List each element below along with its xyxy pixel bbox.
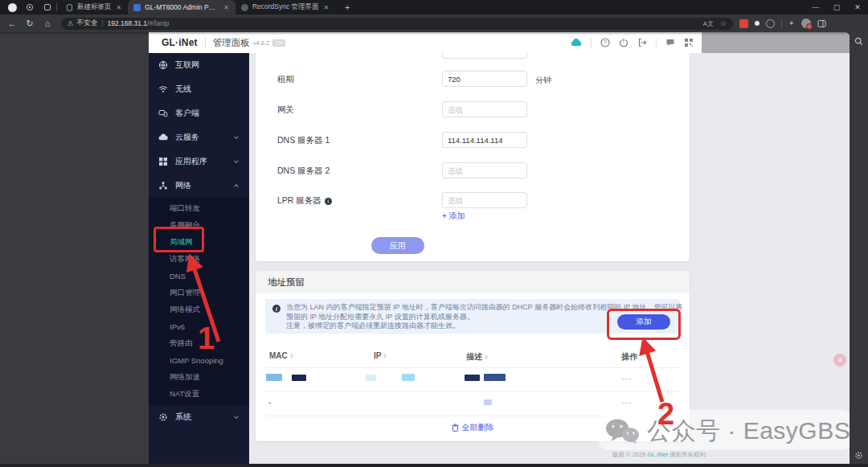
sidebar-item-wireless[interactable]: 无线 xyxy=(149,77,249,101)
translate-widget-button[interactable]: 译 xyxy=(833,354,846,367)
search-icon[interactable] xyxy=(854,37,863,46)
sidebar-item-label: 云服务 xyxy=(175,132,199,143)
column-header-desc[interactable]: 描述 xyxy=(466,351,488,363)
annotation-step-1: 1 xyxy=(198,322,215,356)
sidebar-item-dns[interactable]: DNS xyxy=(149,268,249,285)
browser-toolbar: ← ↻ ⌂ ⚠不安全 | 192.168.31.1/#/lanip A文 ☆ ✦ xyxy=(0,14,868,32)
extension-circle-icon[interactable] xyxy=(766,19,775,28)
sidebar-item-network-mode[interactable]: 网络模式 xyxy=(149,301,249,318)
extension-dot-icon[interactable] xyxy=(755,21,760,26)
browser-profile-icon[interactable] xyxy=(6,2,18,13)
lease-unit-label: 分钟 xyxy=(535,75,551,86)
trash-icon xyxy=(452,424,459,432)
window-close-button[interactable]: ✕ xyxy=(847,3,868,11)
sidebar-item-network-acceleration[interactable]: 网络加速 xyxy=(149,369,249,386)
sort-icon xyxy=(383,352,387,359)
cropped-input[interactable] xyxy=(442,53,527,59)
screen: 新建标签页 ✕ GL-MT6000 Admin Panel ✕ RecordSy… xyxy=(0,0,868,467)
sidebar-item-internet[interactable]: 互联网 xyxy=(149,53,249,77)
sidebar-item-label: 系统 xyxy=(175,412,191,423)
warning-icon: ⚠ xyxy=(68,19,74,27)
url-path: /#/lanip xyxy=(147,19,169,27)
chevron-up-icon xyxy=(233,182,240,189)
sidebar-panel-icon[interactable] xyxy=(817,19,826,28)
translate-icon[interactable]: A文 xyxy=(703,19,714,28)
page-title: 管理面板 xyxy=(213,37,250,49)
language-badge[interactable]: CN xyxy=(272,39,285,47)
help-icon[interactable]: ? xyxy=(600,38,610,47)
column-header-mac[interactable]: MAC xyxy=(269,351,293,360)
refresh-icon[interactable]: ↻ xyxy=(21,18,39,29)
dns-server-1-input[interactable] xyxy=(442,132,527,148)
more-actions-icon[interactable]: ··· xyxy=(621,398,633,408)
sort-icon xyxy=(485,354,488,361)
cloud-icon[interactable] xyxy=(571,39,582,47)
window-controls: — ▢ ✕ xyxy=(805,3,868,11)
column-header-ip[interactable]: IP xyxy=(374,351,387,360)
sidebar-item-applications[interactable]: 应用程序 xyxy=(149,150,249,174)
more-actions-icon[interactable]: ··· xyxy=(621,374,633,383)
tab-close-icon[interactable]: ✕ xyxy=(223,4,230,11)
settings-gear-icon[interactable] xyxy=(854,451,863,460)
sidebar-item-guest-network[interactable]: 访客网络 xyxy=(149,251,249,268)
dns-server-2-input[interactable] xyxy=(442,162,527,178)
workspaces-icon[interactable] xyxy=(24,2,35,13)
extensions-puzzle-icon[interactable]: ✦ xyxy=(788,19,795,27)
tab-close-icon[interactable]: ✕ xyxy=(323,4,330,11)
tab-search-icon[interactable] xyxy=(42,2,53,13)
tab-new-tab-page[interactable]: 新建标签页 ✕ xyxy=(60,0,128,14)
sidebar-item-clients[interactable]: 客户端 xyxy=(149,101,249,125)
document-icon xyxy=(66,4,73,11)
sidebar-item-label: 互联网 xyxy=(175,59,199,71)
field-label-lease: 租期 xyxy=(277,74,294,85)
field-label-dns2: DNS 服务器 2 xyxy=(277,166,330,177)
tab-gl-admin-panel[interactable]: GL-MT6000 Admin Panel ✕ xyxy=(128,0,235,14)
tab-title: 新建标签页 xyxy=(77,2,112,12)
sidebar-item-interfaces[interactable]: 网口管理 xyxy=(149,285,249,301)
field-label-dns1: DNS 服务器 1 xyxy=(277,135,330,146)
notification-dot xyxy=(806,23,813,30)
redacted-desc xyxy=(484,374,506,381)
qr-code-icon[interactable] xyxy=(684,38,694,47)
power-icon[interactable] xyxy=(619,38,628,47)
sidebar-item-port-forwarding[interactable]: 端口转发 xyxy=(149,200,249,217)
window-maximize-button[interactable]: ▢ xyxy=(826,3,847,11)
apply-button[interactable]: 应用 xyxy=(371,237,424,254)
gateway-input[interactable] xyxy=(442,101,527,117)
annotation-box-lan xyxy=(154,227,204,252)
new-tab-button[interactable]: + xyxy=(342,2,353,13)
lan-settings-card: 租期 分钟 网关 DNS 服务器 1 DNS 服务器 2 LPR 服务器 i +… xyxy=(256,53,690,261)
sidebar-item-nat-settings[interactable]: NAT设置 xyxy=(149,386,249,403)
app-header: GL·iNet 管理面板 v4.8.2 CN ? xyxy=(149,32,702,53)
cloud-icon xyxy=(158,133,168,142)
browser-tab-bar: 新建标签页 ✕ GL-MT6000 Admin Panel ✕ RecordSy… xyxy=(0,0,868,14)
sidebar-item-label: 客户端 xyxy=(175,108,199,119)
window-minimize-button[interactable]: — xyxy=(805,3,826,11)
wifi-icon xyxy=(158,84,168,94)
home-icon[interactable]: ⌂ xyxy=(39,18,56,28)
sidebar-item-label: 应用程序 xyxy=(175,156,207,167)
field-label-gateway: 网关 xyxy=(277,104,294,116)
tab-recordsync[interactable]: RecordSync 管理界面 ✕ xyxy=(235,0,335,14)
side-panel-strip xyxy=(850,32,868,464)
extension-red-icon[interactable] xyxy=(739,19,748,28)
logout-icon[interactable] xyxy=(637,38,647,47)
sidebar-item-network[interactable]: 网络 xyxy=(149,174,249,198)
annotation-box-add xyxy=(607,309,681,340)
add-dns-link[interactable]: + 添加 xyxy=(442,211,465,222)
bottom-edge xyxy=(0,464,868,467)
profile-avatar[interactable] xyxy=(801,18,811,28)
back-icon[interactable]: ← xyxy=(3,18,21,28)
info-icon[interactable]: i xyxy=(325,198,332,205)
feedback-chat-icon[interactable] xyxy=(665,38,675,47)
redacted-ip xyxy=(402,374,415,381)
sidebar-item-system[interactable]: 系统 xyxy=(149,405,249,429)
lease-time-input[interactable] xyxy=(442,71,527,87)
lpr-server-input[interactable] xyxy=(442,192,527,208)
sidebar-item-cloud-services[interactable]: 云服务 xyxy=(149,125,249,150)
tab-close-icon[interactable]: ✕ xyxy=(116,4,123,11)
address-bar[interactable]: ⚠不安全 | 192.168.31.1/#/lanip A文 ☆ xyxy=(61,18,733,30)
footer-brand-link[interactable]: GL.iNet xyxy=(647,451,667,458)
bookmark-star-icon[interactable]: ☆ xyxy=(720,19,727,27)
chevron-down-icon xyxy=(233,134,240,141)
